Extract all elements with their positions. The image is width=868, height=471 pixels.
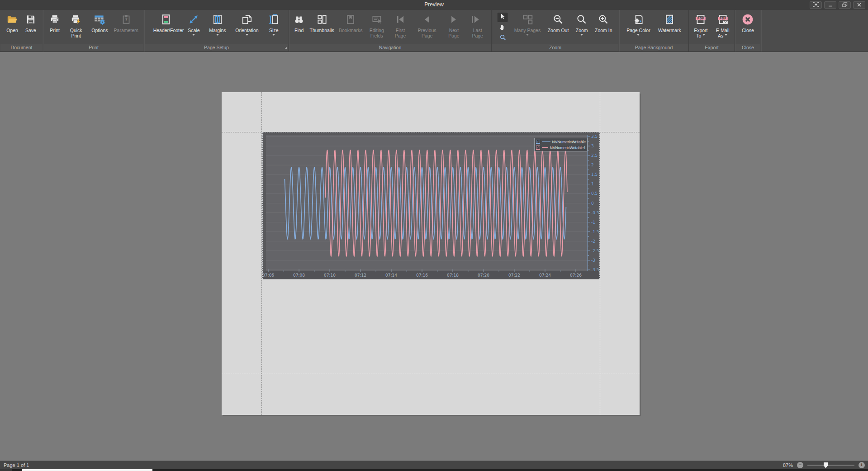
svg-text:PDF: PDF bbox=[697, 17, 704, 20]
margins-icon bbox=[212, 12, 223, 27]
options-button[interactable]: Options bbox=[90, 11, 109, 44]
restore-button[interactable] bbox=[839, 1, 851, 9]
find-button[interactable]: Find bbox=[292, 11, 306, 44]
svg-text:0.5: 0.5 bbox=[591, 191, 598, 196]
svg-text:-0.5: -0.5 bbox=[591, 211, 599, 215]
editing-fields-button[interactable]: Editing Fields bbox=[366, 11, 388, 44]
series-line-swatch bbox=[542, 141, 550, 142]
close-preview-button[interactable]: Close bbox=[740, 11, 755, 44]
watermark-button[interactable]: Watermark bbox=[657, 11, 683, 44]
series-checkbox[interactable] bbox=[536, 140, 540, 144]
ribbon-toolbar: Open Save Document Print Quick Print bbox=[0, 10, 868, 52]
close-window-button[interactable] bbox=[853, 1, 865, 9]
page-size-icon bbox=[268, 12, 280, 27]
svg-text:07:16: 07:16 bbox=[416, 273, 428, 278]
chevron-down-icon bbox=[272, 34, 275, 37]
header-footer-button[interactable]: Header/Footer bbox=[152, 11, 180, 44]
group-label-close: Close bbox=[735, 44, 760, 51]
save-button[interactable]: Save bbox=[24, 11, 38, 44]
series-checkbox[interactable] bbox=[536, 146, 540, 150]
ribbon-empty-area bbox=[761, 10, 868, 52]
margin-line-right bbox=[600, 92, 600, 415]
minimize-icon bbox=[828, 1, 833, 9]
email-pdf-icon: PDF bbox=[716, 12, 729, 27]
svg-text:07:20: 07:20 bbox=[478, 273, 489, 278]
svg-text:-1: -1 bbox=[591, 220, 595, 225]
zoom-button[interactable]: Zoom bbox=[574, 11, 589, 44]
ribbon-group-export: PDF Export To PDF E-Mail As Export bbox=[689, 10, 735, 52]
zoom-out-step-button[interactable]: − bbox=[797, 462, 803, 468]
legend-item[interactable]: NVNumericWritable1 bbox=[536, 145, 586, 150]
hand-icon bbox=[499, 24, 506, 33]
print-button[interactable]: Print bbox=[47, 11, 62, 44]
svg-text:3: 3 bbox=[591, 144, 594, 148]
parameters-button[interactable]: ? Parameters bbox=[113, 11, 140, 44]
ribbon-group-navigation: Find Thumbnails Bookmarks Editing Fields… bbox=[289, 10, 492, 52]
close-icon bbox=[857, 1, 862, 9]
quick-print-button[interactable]: Quick Print bbox=[65, 11, 87, 44]
hand-tool-button[interactable] bbox=[498, 23, 508, 33]
chart-plot: 07:0607:0807:1007:1207:1407:1607:1807:20… bbox=[263, 132, 599, 279]
first-page-button[interactable]: First Page bbox=[389, 11, 411, 44]
preview-canvas[interactable]: 07:0607:0807:1007:1207:1407:1607:1807:20… bbox=[0, 52, 868, 461]
size-button[interactable]: Size bbox=[266, 11, 281, 44]
pointer-tool-button[interactable] bbox=[498, 13, 508, 22]
scale-button[interactable]: Scale bbox=[186, 11, 201, 44]
next-page-button[interactable]: Next Page bbox=[443, 11, 465, 44]
preview-window: Preview Open bbox=[0, 0, 868, 471]
svg-text:1.5: 1.5 bbox=[591, 172, 598, 177]
svg-text:07:06: 07:06 bbox=[263, 273, 274, 278]
restore-icon bbox=[842, 1, 848, 9]
magnifier-tool-button[interactable] bbox=[498, 33, 508, 43]
margins-button[interactable]: Margins bbox=[208, 11, 227, 44]
chevron-down-icon bbox=[580, 34, 583, 37]
dialog-launcher-icon[interactable] bbox=[285, 47, 287, 49]
export-to-button[interactable]: PDF Export To bbox=[690, 11, 711, 44]
bottom-edge-strip bbox=[0, 469, 868, 471]
printer-icon bbox=[49, 12, 61, 27]
svg-text:PDF: PDF bbox=[719, 17, 726, 20]
chevron-down-icon bbox=[725, 34, 727, 37]
watermark-icon bbox=[664, 12, 675, 27]
zoom-in-button[interactable]: Zoom In bbox=[593, 11, 614, 44]
chevron-down-icon bbox=[246, 34, 248, 37]
scale-diagonal-arrows-icon bbox=[188, 12, 199, 27]
zoom-out-button[interactable]: Zoom Out bbox=[546, 11, 570, 44]
email-as-button[interactable]: PDF E-Mail As bbox=[712, 11, 734, 44]
legend-item[interactable]: NVNumericWritable bbox=[536, 139, 586, 144]
bottom-strip-white-segment bbox=[22, 469, 152, 471]
zoom-control: 87% − + bbox=[783, 462, 865, 468]
ribbon-group-print: Print Quick Print Options ? Parameters P… bbox=[43, 10, 144, 52]
page-indicator: Page 1 of 1 bbox=[4, 462, 29, 468]
orientation-pages-icon bbox=[241, 12, 253, 27]
zoom-slider-track[interactable] bbox=[807, 465, 854, 466]
fit-screen-icon bbox=[813, 1, 819, 9]
many-pages-button[interactable]: Many Pages bbox=[513, 11, 542, 44]
minimize-button[interactable] bbox=[824, 1, 836, 9]
zoom-slider-thumb[interactable] bbox=[824, 462, 828, 468]
svg-text:?: ? bbox=[125, 17, 128, 22]
chevron-down-icon bbox=[216, 34, 219, 37]
thumbnails-button[interactable]: Thumbnails bbox=[308, 11, 335, 44]
chart-legend: NVNumericWritable NVNumericWritable1 bbox=[534, 138, 588, 151]
title-bar: Preview bbox=[0, 0, 868, 10]
fit-window-button[interactable] bbox=[810, 1, 822, 9]
open-button[interactable]: Open bbox=[5, 11, 19, 44]
page-color-button[interactable]: Page Color bbox=[625, 11, 652, 44]
zoom-tool-column bbox=[497, 11, 508, 44]
previous-page-button[interactable]: Previous Page bbox=[413, 11, 441, 44]
svg-text:07:22: 07:22 bbox=[508, 273, 520, 278]
bookmarks-button[interactable]: Bookmarks bbox=[337, 11, 364, 44]
svg-text:07:10: 07:10 bbox=[324, 273, 336, 278]
group-label-page-background: Page Background bbox=[620, 44, 688, 51]
orientation-button[interactable]: Orientation bbox=[234, 11, 260, 44]
svg-text:07:24: 07:24 bbox=[539, 273, 551, 278]
group-label-print: Print bbox=[44, 44, 143, 51]
svg-text:-3: -3 bbox=[591, 258, 595, 263]
last-page-icon bbox=[472, 12, 484, 27]
zoom-in-step-button[interactable]: + bbox=[859, 462, 865, 468]
svg-text:07:14: 07:14 bbox=[385, 273, 397, 278]
svg-text:07:26: 07:26 bbox=[570, 273, 582, 278]
chevron-down-icon bbox=[192, 34, 195, 37]
last-page-button[interactable]: Last Page bbox=[467, 11, 489, 44]
